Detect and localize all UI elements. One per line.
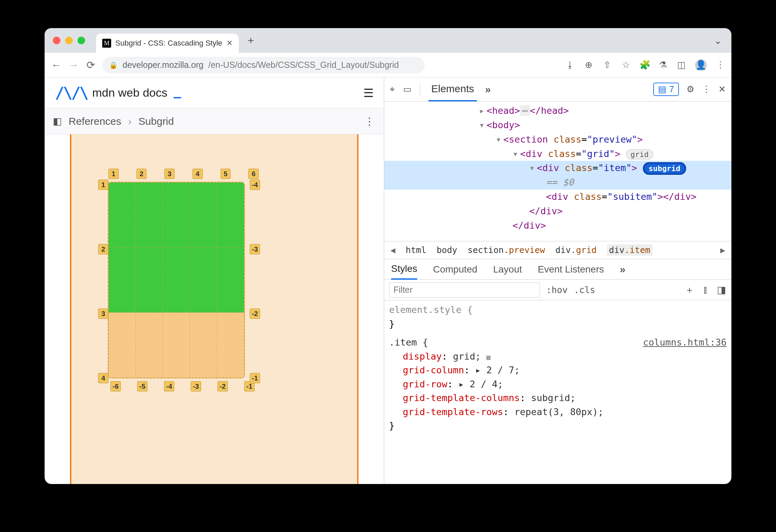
kebab-icon[interactable]: ⋮ xyxy=(702,84,711,95)
css-prop[interactable]: grid-row xyxy=(403,379,447,389)
sidebar-toggle-icon[interactable]: ◨ xyxy=(717,284,726,295)
tab-elements[interactable]: Elements xyxy=(428,77,477,101)
tab-computed[interactable]: Computed xyxy=(433,264,477,275)
menu-icon[interactable]: ⋮ xyxy=(716,60,725,70)
labs-icon[interactable]: ⚗ xyxy=(658,60,668,70)
article-body: 1 2 3 4 5 6 xyxy=(45,134,384,484)
maximize-window-button[interactable] xyxy=(78,37,85,44)
grid-line-label: 3 xyxy=(164,169,175,179)
browser-tab[interactable]: M Subgrid - CSS: Cascading Style ✕ xyxy=(96,34,239,53)
grid-badge[interactable]: grid xyxy=(626,149,653,159)
forward-button[interactable]: → xyxy=(68,59,79,71)
toolbar-icons: ⭳ ⊕ ⇧ ☆ 🧩 ⚗ ◫ 👤 ⋮ xyxy=(565,59,725,71)
crumb-grid[interactable]: div.grid xyxy=(555,245,597,255)
grid-line-label: -4 xyxy=(164,381,174,391)
crumb-section[interactable]: section.preview xyxy=(468,245,545,255)
styles-tabs: Styles Computed Layout Event Listeners » xyxy=(384,259,731,280)
tab-event-listeners[interactable]: Event Listeners xyxy=(538,264,604,275)
css-prop[interactable]: grid-template-rows xyxy=(403,407,503,417)
minimize-window-button[interactable] xyxy=(65,37,73,44)
crumb-right-icon[interactable]: ▶ xyxy=(720,245,725,255)
grid-line-label: 2 xyxy=(98,244,108,254)
close-devtools-icon[interactable]: ✕ xyxy=(718,84,726,95)
tab-layout[interactable]: Layout xyxy=(493,264,522,275)
zoom-icon[interactable]: ⊕ xyxy=(584,60,593,70)
grid-labels-bottom: -6 -5 -4 -3 -2 -1 xyxy=(110,381,259,391)
close-tab-icon[interactable]: ✕ xyxy=(226,39,233,48)
crumb-body[interactable]: body xyxy=(437,245,457,255)
grid-line-label: -2 xyxy=(250,309,260,319)
grid-labels-top: 1 2 3 4 5 6 xyxy=(108,169,259,179)
css-val[interactable]: grid; xyxy=(453,351,481,362)
new-tab-button[interactable]: + xyxy=(248,34,254,47)
hov-toggle[interactable]: :hov xyxy=(546,285,568,295)
gear-icon[interactable]: ⚙ xyxy=(686,84,694,95)
source-link[interactable]: columns.html:36 xyxy=(643,336,727,350)
new-rule-icon[interactable]: ＋ xyxy=(685,283,694,297)
browser-window: M Subgrid - CSS: Cascading Style ✕ + ⌄ ←… xyxy=(45,28,731,484)
inspect-icon[interactable]: ⌖ xyxy=(390,84,395,95)
grid-icon[interactable]: ▦ xyxy=(486,353,491,361)
css-val[interactable]: repeat(3, 80px); xyxy=(514,407,603,417)
issues-count: 7 xyxy=(669,84,674,95)
mdn-mark-icon: /\/\ xyxy=(55,84,87,102)
extensions-icon[interactable]: 🧩 xyxy=(639,60,649,70)
hamburger-menu-icon[interactable]: ☰ xyxy=(363,86,374,100)
dom-tree[interactable]: ▸<head>⋯</head> ▾<body> ▾<section class=… xyxy=(384,101,731,241)
device-toolbar-icon[interactable]: ▭ xyxy=(403,84,412,95)
more-tabs-icon[interactable]: » xyxy=(485,84,491,95)
page-content: /\/\ mdn web docs ☰ ◧ References › Subgr… xyxy=(45,77,384,484)
grid-line-label: 4 xyxy=(192,169,203,179)
grid-line-label: -1 xyxy=(250,373,260,383)
styles-filter-input[interactable] xyxy=(389,282,540,298)
back-button[interactable]: ← xyxy=(51,59,62,71)
grid-line-label: 3 xyxy=(98,309,108,319)
css-val[interactable]: subgrid; xyxy=(531,392,576,403)
window-controls xyxy=(53,37,85,44)
share-icon[interactable]: ⇧ xyxy=(602,60,612,70)
grid-line-label: -2 xyxy=(217,381,228,391)
crumb-html[interactable]: html xyxy=(405,245,426,255)
subgrid-badge[interactable]: subgrid xyxy=(643,162,686,175)
devtools: ⌖ ▭ Elements » ▤ 7 ⚙ ⋮ ✕ ▸<head>⋯ xyxy=(384,77,731,484)
bookmark-icon[interactable]: ☆ xyxy=(621,60,631,70)
mdn-logo-text: mdn web docs xyxy=(92,86,167,99)
sidepanel-icon[interactable]: ◫ xyxy=(677,60,686,70)
css-prop[interactable]: display xyxy=(403,351,442,362)
url-input[interactable]: 🔒 developer.mozilla.org/en-US/docs/Web/C… xyxy=(102,57,425,73)
crumb-item[interactable]: div.item xyxy=(607,244,652,256)
profile-avatar[interactable]: 👤 xyxy=(695,59,707,71)
grid-line-label: -6 xyxy=(110,381,121,391)
css-prop[interactable]: grid-column xyxy=(403,365,464,375)
grid-overlay: 1 2 3 4 5 6 xyxy=(108,169,259,391)
grid-labels-right: -4 -3 -2 -1 xyxy=(250,180,260,383)
css-val[interactable]: ▸ 2 / 7; xyxy=(475,365,520,375)
grid-line-label: -3 xyxy=(191,381,201,391)
grid-line-label: -4 xyxy=(250,180,260,190)
breadcrumb: ◧ References › Subgrid ⋮ xyxy=(45,108,384,134)
tabs-menu-icon[interactable]: ⌄ xyxy=(714,35,722,46)
article-actions-icon[interactable]: ⋮ xyxy=(364,115,376,127)
example-frame: 1 2 3 4 5 6 xyxy=(70,134,358,484)
mdn-logo[interactable]: /\/\ mdn web docs xyxy=(55,84,181,102)
cls-toggle[interactable]: .cls xyxy=(574,285,596,295)
css-val[interactable]: ▸ 2 / 4; xyxy=(459,379,503,389)
breadcrumb-separator-icon: › xyxy=(128,116,131,127)
reload-button[interactable]: ⟳ xyxy=(85,59,96,71)
url-path: /en-US/docs/Web/CSS/CSS_Grid_Layout/Subg… xyxy=(208,60,399,70)
breadcrumb-root[interactable]: References xyxy=(69,116,121,127)
devtools-tabs: ⌖ ▭ Elements » ▤ 7 ⚙ ⋮ ✕ xyxy=(384,77,731,101)
install-icon[interactable]: ⭳ xyxy=(565,60,575,70)
css-prop[interactable]: grid-template-columns xyxy=(403,392,520,403)
close-window-button[interactable] xyxy=(53,37,60,44)
more-style-tabs-icon[interactable]: » xyxy=(620,264,626,275)
favicon: M xyxy=(102,39,111,48)
issues-badge[interactable]: ▤ 7 xyxy=(653,83,679,96)
styles-toolbar: :hov .cls ＋ ⫿ ◨ xyxy=(384,280,731,300)
crumb-left-icon[interactable]: ◀ xyxy=(390,245,395,255)
sidebar-toggle-icon[interactable]: ◧ xyxy=(53,116,62,127)
computed-toggle-icon[interactable]: ⫿ xyxy=(703,284,708,295)
styles-panel[interactable]: element.style { } .item { columns.html:3… xyxy=(384,300,731,484)
grid-line-label: 1 xyxy=(108,169,119,179)
tab-styles[interactable]: Styles xyxy=(391,259,417,280)
